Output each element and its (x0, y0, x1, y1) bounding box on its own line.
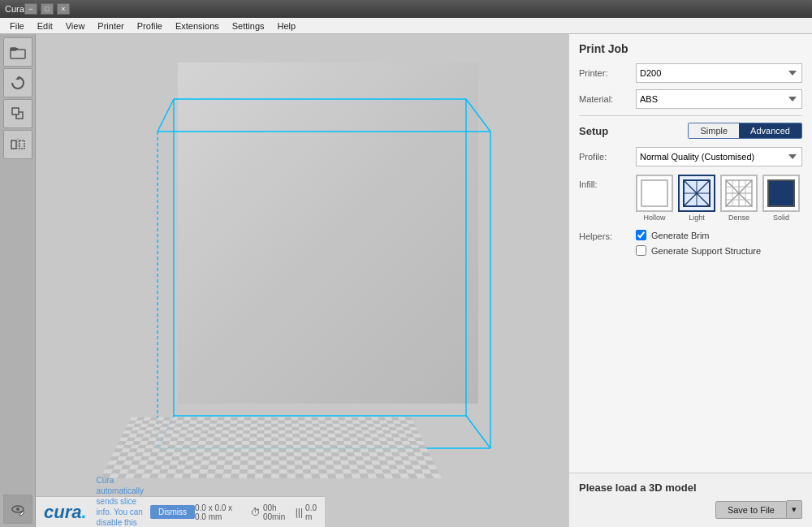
generate-support-checkbox[interactable] (636, 245, 646, 256)
printer-row: Printer: D200 (579, 63, 802, 83)
svg-rect-6 (19, 140, 24, 149)
svg-line-13 (466, 416, 490, 448)
right-panel: Print Job Printer: D200 Material: ABS Se… (568, 34, 812, 527)
material-row: Material: ABS (579, 89, 802, 109)
infill-label: Infill: (579, 179, 636, 189)
distance-display: ||| 0.0 m (296, 503, 317, 521)
helpers-checks: Generate Brim Generate Support Structure (636, 230, 761, 256)
distance-value: 0.0 m (305, 503, 317, 521)
material-label: Material: (579, 94, 636, 104)
menu-settings[interactable]: Settings (226, 19, 271, 32)
generate-brim-checkbox[interactable] (636, 230, 646, 240)
dimensions-display: 0.0 x 0.0 x 0.0 mm (195, 503, 241, 521)
profile-row: Profile: Normal Quality (Customised) (579, 147, 802, 166)
app-title: Cura (5, 4, 24, 14)
infill-light-label: Light (689, 214, 705, 222)
titlebar: Cura − □ × (0, 0, 812, 18)
time-display: ⏱ 00h 00min (251, 503, 286, 521)
generate-brim-row[interactable]: Generate Brim (636, 230, 761, 240)
menu-edit[interactable]: Edit (31, 19, 59, 32)
save-row: Save to File ▾ (579, 500, 802, 519)
infill-section: Infill: Hollow (579, 175, 802, 222)
tab-advanced[interactable]: Advanced (739, 123, 801, 138)
scale-btn[interactable] (3, 99, 32, 128)
tab-simple[interactable]: Simple (689, 123, 739, 138)
maximize-btn[interactable]: □ (41, 3, 54, 15)
generate-support-row[interactable]: Generate Support Structure (636, 245, 761, 256)
svg-point-9 (16, 508, 19, 511)
infill-hollow-label: Hollow (643, 214, 665, 222)
menu-file[interactable]: File (3, 19, 31, 32)
infill-hollow-icon (636, 175, 673, 212)
dismiss-btn[interactable]: Dismiss (150, 505, 195, 519)
svg-rect-23 (641, 180, 667, 206)
profile-select[interactable]: Normal Quality (Customised) (636, 147, 802, 166)
main-layout: cura. Cura automatically sends slice inf… (0, 34, 812, 527)
infill-options: Hollow (636, 175, 800, 222)
menu-profile[interactable]: Profile (131, 19, 169, 32)
setup-section: Setup Simple Advanced (579, 123, 802, 139)
right-panel-bottom: Please load a 3D model Save to File ▾ (569, 473, 812, 527)
print-job-title: Print Job (579, 42, 802, 55)
profile-label: Profile: (579, 152, 636, 162)
minimize-btn[interactable]: − (24, 3, 37, 15)
close-btn[interactable]: × (57, 3, 70, 15)
printer-label: Printer: (579, 68, 636, 78)
menubar: File Edit View Printer Profile Extension… (0, 18, 812, 34)
helpers-row: Helpers: Generate Brim Generate Support … (579, 230, 802, 256)
infill-dense-label: Dense (728, 214, 749, 222)
load-model-text: Please load a 3D model (579, 482, 802, 494)
3d-scene (36, 34, 568, 527)
helpers-label: Helpers: (579, 231, 636, 241)
svg-rect-38 (768, 180, 794, 206)
menu-view[interactable]: View (59, 19, 92, 32)
left-toolbar (0, 34, 36, 527)
infill-hollow[interactable]: Hollow (636, 175, 673, 222)
menu-extensions[interactable]: Extensions (169, 19, 226, 32)
notification-text: Cura automatically sends slice info. You… (97, 475, 144, 527)
menu-printer[interactable]: Printer (91, 19, 130, 32)
save-to-file-btn[interactable]: Save to File (715, 501, 787, 519)
time-value: 00h 00min (263, 503, 286, 521)
setup-header: Setup Simple Advanced (579, 123, 802, 139)
infill-light-icon (678, 175, 715, 212)
infill-solid-icon (762, 175, 800, 212)
viewport[interactable]: cura. Cura automatically sends slice inf… (36, 34, 568, 527)
infill-dense-icon (720, 175, 758, 212)
generate-brim-label: Generate Brim (651, 231, 710, 240)
open-file-btn[interactable] (3, 37, 32, 67)
menu-help[interactable]: Help (271, 19, 303, 32)
infill-light[interactable]: Light (678, 175, 715, 222)
svg-rect-5 (11, 140, 16, 149)
infill-row: Infill: Hollow (579, 175, 802, 222)
printer-select[interactable]: D200 (636, 63, 802, 83)
setup-label: Setup (579, 125, 608, 137)
svg-line-17 (466, 99, 490, 132)
infill-dense[interactable]: Dense (720, 175, 758, 222)
infill-solid[interactable]: Solid (762, 175, 800, 222)
statusbar: cura. Cura automatically sends slice inf… (36, 496, 325, 527)
notification-area: Cura automatically sends slice info. You… (97, 475, 195, 527)
grid-floor (101, 417, 442, 478)
dimensions-value: 0.0 x 0.0 x 0.0 mm (195, 503, 241, 521)
save-dropdown-btn[interactable]: ▾ (787, 500, 802, 519)
generate-support-label: Generate Support Structure (651, 246, 761, 256)
infill-solid-label: Solid (773, 214, 789, 222)
material-select[interactable]: ABS (636, 89, 802, 109)
mirror-btn[interactable] (3, 130, 32, 159)
divider-1 (579, 115, 802, 116)
cura-dot: . (81, 502, 86, 522)
setup-tab-group: Simple Advanced (688, 123, 802, 139)
print-settings-panel: Print Job Printer: D200 Material: ABS Se… (569, 34, 812, 473)
svg-rect-4 (12, 108, 19, 114)
rotate-btn[interactable] (3, 68, 32, 97)
status-info: 0.0 x 0.0 x 0.0 mm ⏱ 00h 00min ||| 0.0 m (195, 503, 317, 521)
svg-line-16 (158, 99, 174, 132)
cura-logo: cura (44, 502, 81, 522)
view-mode-btn[interactable] (3, 495, 32, 524)
